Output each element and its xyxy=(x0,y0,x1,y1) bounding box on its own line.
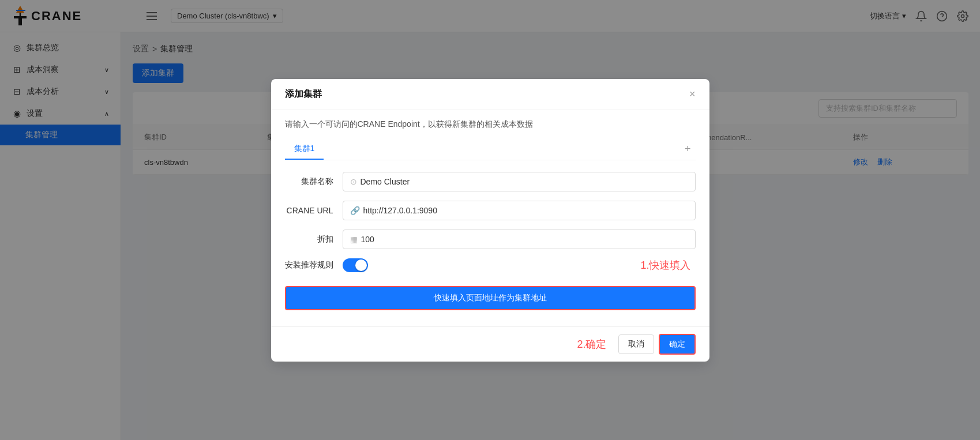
quick-fill-annotation: 1.快速填入 xyxy=(640,260,690,271)
discount-field: ▦ xyxy=(343,230,696,249)
crane-url-field: 🔗 xyxy=(343,201,696,220)
form-row-cluster-name: 集群名称 ⊙ xyxy=(285,172,696,191)
form-row-discount: 折扣 ▦ xyxy=(285,230,696,249)
modal-footer: 2.确定 取消 确定 xyxy=(271,326,709,362)
discount-icon: ▦ xyxy=(350,235,358,244)
discount-input[interactable] xyxy=(361,235,688,244)
install-rule-toggle[interactable] xyxy=(343,258,368,272)
modal-tabs: 集群1 + xyxy=(285,139,696,160)
install-rule-field xyxy=(343,258,517,272)
modal-description: 请输入一个可访问的CRANE Endpoint，以获得新集群的相关成本数据 xyxy=(285,119,696,130)
crane-url-input[interactable] xyxy=(363,206,688,215)
cancel-button[interactable]: 取消 xyxy=(618,334,654,354)
cluster-name-label: 集群名称 xyxy=(285,176,343,187)
cluster-name-icon: ⊙ xyxy=(350,177,357,186)
form-row-install-rule: 安装推荐规则 1.快速填入 xyxy=(285,258,696,272)
install-rule-label: 安装推荐规则 xyxy=(285,260,343,270)
modal-tab-cluster1[interactable]: 集群1 xyxy=(285,139,324,160)
discount-label: 折扣 xyxy=(285,234,343,245)
install-rule-toggle-wrapper xyxy=(343,258,517,272)
modal-close-button[interactable]: × xyxy=(689,89,696,99)
cluster-name-input[interactable] xyxy=(361,177,688,186)
modal-title: 添加集群 xyxy=(285,88,322,100)
modal-tab-cluster1-label: 集群1 xyxy=(294,144,315,153)
cluster-name-field: ⊙ xyxy=(343,172,696,191)
crane-url-input-wrapper[interactable]: 🔗 xyxy=(343,201,696,220)
link-icon: 🔗 xyxy=(350,206,360,215)
discount-input-wrapper[interactable]: ▦ xyxy=(343,230,696,249)
toggle-knob xyxy=(355,260,367,271)
modal-header: 添加集群 × xyxy=(271,79,709,110)
cluster-name-input-wrapper[interactable]: ⊙ xyxy=(343,172,696,191)
confirm-annotation: 2.确定 xyxy=(577,337,606,351)
modal-overlay: 添加集群 × 请输入一个可访问的CRANE Endpoint，以获得新集群的相关… xyxy=(0,0,980,440)
crane-url-label: CRANE URL xyxy=(285,206,343,215)
quick-fill-button[interactable]: 快速填入页面地址作为集群地址 xyxy=(285,286,696,310)
confirm-button[interactable]: 确定 xyxy=(659,334,696,355)
modal-tab-add-button[interactable]: + xyxy=(680,141,696,157)
modal-body: 请输入一个可访问的CRANE Endpoint，以获得新集群的相关成本数据 集群… xyxy=(271,110,709,326)
form-row-crane-url: CRANE URL 🔗 xyxy=(285,201,696,220)
add-cluster-modal: 添加集群 × 请输入一个可访问的CRANE Endpoint，以获得新集群的相关… xyxy=(271,79,709,362)
